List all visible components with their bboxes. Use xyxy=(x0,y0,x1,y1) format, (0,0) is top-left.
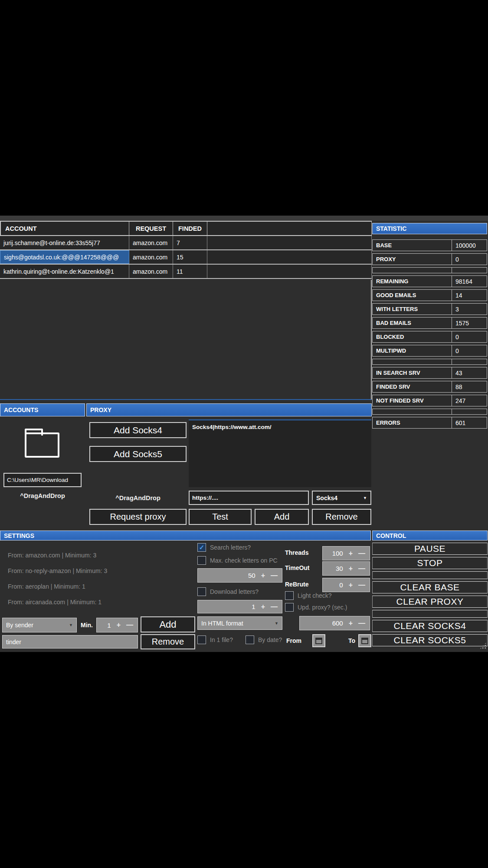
cell-account[interactable]: kathrin.quiring@t-online.de:Katzenklo@1 xyxy=(0,265,129,278)
col-finded[interactable]: FINDED xyxy=(173,222,207,235)
col-request[interactable]: REQUEST xyxy=(129,222,173,235)
threads-label: Threads xyxy=(285,549,308,556)
sender-list-item[interactable]: From: aircanada.com | Minimum: 1 xyxy=(8,594,193,610)
statistic-label: PROXY xyxy=(373,254,452,265)
min-stepper[interactable]: 1 + — xyxy=(96,618,138,632)
control-button-clear-base[interactable]: CLEAR BASE xyxy=(372,581,488,593)
col-account[interactable]: ACCOUNT xyxy=(0,222,129,235)
in-1-file-row: In 1 file? xyxy=(197,635,233,644)
max-check-row: Max. check letters on PC xyxy=(197,556,278,565)
statistic-label: BASE xyxy=(373,240,452,251)
sender-add-button[interactable]: Add xyxy=(141,616,195,632)
minus-icon[interactable]: — xyxy=(358,620,365,627)
cell-request[interactable]: amazon.com xyxy=(129,236,173,249)
accounts-table-body: jurij.schamne@t-online.de:33s55j77amazon… xyxy=(0,236,372,279)
statistic-value xyxy=(452,359,487,364)
add-socks4-button[interactable]: Add Socks4 xyxy=(89,422,187,438)
max-check-label: Max. check letters on PC xyxy=(210,557,278,564)
minus-icon[interactable]: — xyxy=(271,572,278,579)
cell-account[interactable]: jurij.schamne@t-online.de:33s55j77 xyxy=(0,236,129,249)
upd-proxy-stepper[interactable]: 600 + — xyxy=(299,616,370,630)
in-1-file-label: In 1 file? xyxy=(210,636,233,643)
cell-finded[interactable]: 15 xyxy=(173,250,207,264)
test-button[interactable]: Test xyxy=(189,509,252,525)
in-1-file-checkbox[interactable] xyxy=(197,635,206,644)
statistic-value: 0 xyxy=(452,345,487,356)
minus-icon[interactable]: — xyxy=(358,565,365,572)
plus-icon[interactable]: + xyxy=(349,550,353,557)
accounts-dragdrop-label: ^DragAndDrop xyxy=(0,492,85,499)
request-proxy-button[interactable]: Request proxy xyxy=(89,509,187,525)
statistic-spacer xyxy=(372,359,487,365)
light-check-row: Light check? xyxy=(285,591,332,600)
light-check-checkbox[interactable] xyxy=(285,591,294,600)
proxy-remove-button[interactable]: Remove xyxy=(312,509,371,525)
statistic-label: REMAINING xyxy=(373,276,452,287)
statistic-label: MULTIPWD xyxy=(373,345,452,356)
checker-window: ACCOUNT REQUEST FINDED jurij.schamne@t-o… xyxy=(0,216,488,652)
accounts-path-field[interactable]: C:\Users\MR\Download xyxy=(3,473,82,487)
minus-icon[interactable]: — xyxy=(358,582,365,589)
control-button-clear-proxy[interactable]: CLEAR PROXY xyxy=(372,596,488,608)
accounts-table: ACCOUNT REQUEST FINDED jurij.schamne@t-o… xyxy=(0,221,372,279)
control-button-stop[interactable]: STOP xyxy=(372,557,488,569)
statistic-value: 14 xyxy=(452,290,487,301)
cell-request[interactable]: amazon.com xyxy=(129,250,173,264)
threads-stepper[interactable]: 100 + — xyxy=(322,546,370,560)
minus-icon[interactable]: — xyxy=(271,603,278,610)
proxy-type-dropdown[interactable]: Socks4 ▼ xyxy=(312,491,371,505)
proxy-add-button[interactable]: Add xyxy=(255,509,309,525)
sender-remove-button[interactable]: Remove xyxy=(141,634,195,649)
cell-account[interactable]: sighs@gotadsl.co.uk:@@@147258@@@ xyxy=(0,250,129,264)
download-stepper[interactable]: 1 + — xyxy=(197,600,282,613)
statistic-value: 43 xyxy=(452,367,487,378)
minus-icon[interactable]: — xyxy=(126,622,133,629)
from-date-button[interactable] xyxy=(312,634,325,647)
plus-icon[interactable]: + xyxy=(349,582,353,589)
light-check-label: Light check? xyxy=(298,592,332,599)
minus-icon[interactable]: — xyxy=(358,550,365,557)
table-row[interactable]: sighs@gotadsl.co.uk:@@@147258@@@amazon.c… xyxy=(0,250,372,265)
by-sender-dropdown[interactable]: By sender ▼ xyxy=(2,618,77,632)
search-letters-checkbox[interactable]: ✓ xyxy=(197,543,206,552)
proxy-list-textarea[interactable]: Socks4|https://www.att.com/ xyxy=(189,419,371,487)
chevron-down-icon: ▼ xyxy=(69,623,73,627)
cell-extra xyxy=(207,236,372,249)
sender-list-item[interactable]: From: aeroplan | Minimum: 1 xyxy=(8,579,193,594)
to-date-button[interactable] xyxy=(358,634,371,647)
sender-list-item[interactable]: From: amazon.com | Minimum: 3 xyxy=(8,547,193,563)
upd-proxy-checkbox[interactable] xyxy=(285,603,294,612)
plus-icon[interactable]: + xyxy=(349,565,353,572)
by-sender-value: By sender xyxy=(6,622,33,629)
cell-finded[interactable]: 11 xyxy=(173,265,207,278)
max-check-checkbox[interactable] xyxy=(197,556,206,565)
max-check-stepper[interactable]: 50 + — xyxy=(197,568,282,583)
chevron-down-icon: ▼ xyxy=(275,621,278,626)
min-label: Min. xyxy=(81,622,93,629)
plus-icon[interactable]: + xyxy=(261,572,265,579)
sender-list-item[interactable]: From: no-reply-amazon | Minimum: 3 xyxy=(8,563,193,579)
timeout-value: 30 xyxy=(336,565,343,572)
table-row[interactable]: kathrin.quiring@t-online.de:Katzenklo@1a… xyxy=(0,265,372,279)
proxy-url-input[interactable]: https://.... xyxy=(189,491,309,505)
table-row[interactable]: jurij.schamne@t-online.de:33s55j77amazon… xyxy=(0,236,372,250)
control-button-clear-socks4[interactable]: CLEAR SOCKS4 xyxy=(372,620,488,632)
threads-value: 100 xyxy=(332,550,343,557)
timeout-stepper[interactable]: 30 + — xyxy=(322,561,370,576)
cell-request[interactable]: amazon.com xyxy=(129,265,173,278)
format-dropdown[interactable]: In HTML format ▼ xyxy=(197,616,282,630)
by-date-checkbox[interactable] xyxy=(246,635,254,644)
statistic-label xyxy=(373,409,452,414)
plus-icon[interactable]: + xyxy=(117,622,121,629)
cell-finded[interactable]: 7 xyxy=(173,236,207,249)
control-button-pause[interactable]: PAUSE xyxy=(372,543,488,555)
add-socks5-button[interactable]: Add Socks5 xyxy=(89,446,187,462)
plus-icon[interactable]: + xyxy=(261,603,265,610)
sender-filter-input[interactable]: tinder xyxy=(2,635,138,649)
folder-icon[interactable] xyxy=(25,432,59,458)
rebrute-stepper[interactable]: 0 + — xyxy=(322,578,370,592)
download-letters-checkbox[interactable] xyxy=(197,587,206,596)
control-button-clear-socks5[interactable]: CLEAR SOCKS5 xyxy=(372,634,488,646)
download-letters-row: Download letters? xyxy=(197,587,259,596)
plus-icon[interactable]: + xyxy=(349,620,353,627)
